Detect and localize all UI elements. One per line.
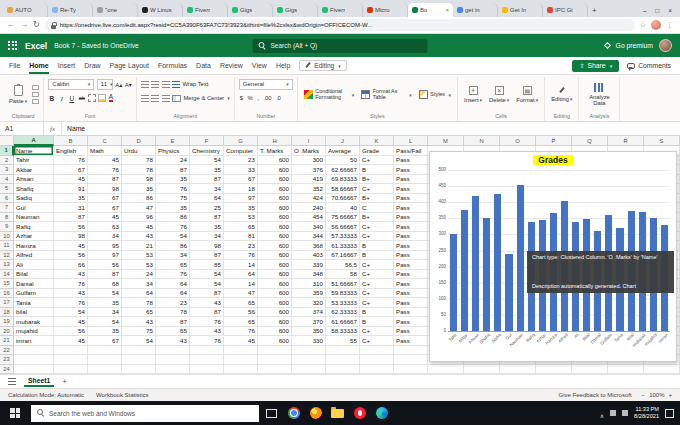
row-header-23[interactable]: 23 [0, 355, 14, 365]
cell-H17[interactable]: 600 [258, 298, 292, 308]
cell-D12[interactable]: 53 [122, 251, 156, 261]
row-header-6[interactable]: 6 [0, 194, 14, 204]
cell-K10[interactable]: C+ [360, 232, 394, 242]
action-center-icon[interactable] [665, 409, 674, 418]
cell-J8[interactable]: 75.66667 [326, 213, 360, 223]
row-header-8[interactable]: 8 [0, 213, 14, 223]
select-all-corner[interactable] [0, 136, 14, 146]
cell-B14[interactable]: 43 [54, 270, 88, 280]
col-header-I[interactable]: I [292, 136, 326, 146]
app-launcher-icon[interactable] [8, 41, 18, 51]
cell-E2[interactable]: 24 [156, 156, 190, 166]
cell-D7[interactable]: 47 [122, 203, 156, 213]
cell-B21[interactable]: 45 [54, 336, 88, 346]
cell-E13[interactable]: 65 [156, 260, 190, 270]
row-header-9[interactable]: 9 [0, 222, 14, 232]
cell-C13[interactable]: 56 [88, 260, 122, 270]
col-header-M[interactable]: M [428, 136, 464, 146]
cell-H11[interactable]: 600 [258, 241, 292, 251]
cell-C12[interactable]: 97 [88, 251, 122, 261]
task-view-button[interactable] [262, 401, 281, 425]
row-header-16[interactable]: 16 [0, 289, 14, 299]
cell-H18[interactable]: 600 [258, 308, 292, 318]
cell-G20[interactable]: 76 [224, 327, 258, 337]
cell-G22[interactable] [224, 346, 258, 356]
browser-menu-icon[interactable]: ⋮ [666, 21, 673, 29]
row-header-3[interactable]: 3 [0, 165, 14, 175]
cell-H13[interactable]: 600 [258, 260, 292, 270]
cell-K4[interactable]: B+ [360, 175, 394, 185]
cell-J23[interactable] [326, 355, 360, 365]
cell-A16[interactable]: Gulfam [14, 289, 54, 299]
cell-L10[interactable]: Pass [394, 232, 428, 242]
fx-icon[interactable]: fx [44, 122, 62, 135]
cell-D15[interactable]: 34 [122, 279, 156, 289]
new-tab-button[interactable]: + [592, 6, 597, 15]
cell-I8[interactable]: 454 [292, 213, 326, 223]
cell-K15[interactable]: C+ [360, 279, 394, 289]
menu-tab-view[interactable]: View [252, 58, 267, 74]
browser-tab[interactable]: AUTO [3, 3, 48, 17]
cell-G3[interactable]: 33 [224, 165, 258, 175]
cell-D8[interactable]: 96 [122, 213, 156, 223]
cell-G4[interactable]: 67 [224, 175, 258, 185]
cell-B17[interactable]: 76 [54, 298, 88, 308]
cell-C20[interactable]: 35 [88, 327, 122, 337]
cell-F19[interactable]: 76 [190, 317, 224, 327]
cell-D18[interactable]: 65 [122, 308, 156, 318]
col-header-P[interactable]: P [536, 136, 572, 146]
cell-G6[interactable]: 97 [224, 194, 258, 204]
row-header-19[interactable]: 19 [0, 317, 14, 327]
cell-L2[interactable]: Pass [394, 156, 428, 166]
cell-K21[interactable]: C+ [360, 336, 394, 346]
cell-C5[interactable]: 98 [88, 184, 122, 194]
cell-G8[interactable]: 53 [224, 213, 258, 223]
cell-I5[interactable]: 352 [292, 184, 326, 194]
cell-D2[interactable]: 78 [122, 156, 156, 166]
cell-B2[interactable]: 76 [54, 156, 88, 166]
cell-J13[interactable]: 56.5 [326, 260, 360, 270]
cell-C24[interactable] [88, 365, 122, 375]
calc-mode-status[interactable]: Calculation Mode: Automatic [8, 392, 84, 398]
cell-C4[interactable]: 87 [88, 175, 122, 185]
browser-tab[interactable]: IPC Gi [543, 3, 588, 17]
cell-G9[interactable]: 65 [224, 222, 258, 232]
cell-F10[interactable]: 34 [190, 232, 224, 242]
cell-D17[interactable]: 78 [122, 298, 156, 308]
cell-K7[interactable]: C [360, 203, 394, 213]
cell-I17[interactable]: 320 [292, 298, 326, 308]
row-header-4[interactable]: 4 [0, 175, 14, 185]
row-header-21[interactable]: 21 [0, 336, 14, 346]
menu-tab-page-layout[interactable]: Page Layout [110, 58, 149, 74]
cell-I3[interactable]: 376 [292, 165, 326, 175]
paste-button[interactable]: Paste [7, 85, 29, 104]
cell-J24[interactable] [326, 365, 360, 375]
feedback-link[interactable]: Give Feedback to Microsoft [559, 392, 632, 398]
chart-bar[interactable] [505, 254, 512, 331]
cell-K19[interactable]: B [360, 317, 394, 327]
go-premium-link[interactable]: Go premium [616, 42, 653, 49]
cell-E6[interactable]: 75 [156, 194, 190, 204]
cell-C2[interactable]: 45 [88, 156, 122, 166]
number-format-button[interactable]: % [247, 95, 254, 101]
col-header-F[interactable]: F [190, 136, 224, 146]
cell-J3[interactable]: 62.66667 [326, 165, 360, 175]
cell-E22[interactable] [156, 346, 190, 356]
cell-K9[interactable]: C+ [360, 222, 394, 232]
cell-K8[interactable]: B+ [360, 213, 394, 223]
browser-tab[interactable]: "one [93, 3, 138, 17]
cell-D10[interactable]: 43 [122, 232, 156, 242]
cell-K5[interactable]: C+ [360, 184, 394, 194]
cell-F14[interactable]: 54 [190, 270, 224, 280]
cell-B18[interactable]: 54 [54, 308, 88, 318]
cell-B4[interactable]: 45 [54, 175, 88, 185]
cell-J1[interactable]: Average [326, 146, 360, 156]
row-header-7[interactable]: 7 [0, 203, 14, 213]
network-icon[interactable] [610, 410, 616, 416]
cell-G7[interactable]: 35 [224, 203, 258, 213]
cell-A19[interactable]: mubarak [14, 317, 54, 327]
editing-button[interactable]: Editing [549, 87, 574, 102]
cell-H15[interactable]: 600 [258, 279, 292, 289]
cell-A21[interactable]: imran [14, 336, 54, 346]
chart-bar[interactable] [461, 210, 468, 331]
